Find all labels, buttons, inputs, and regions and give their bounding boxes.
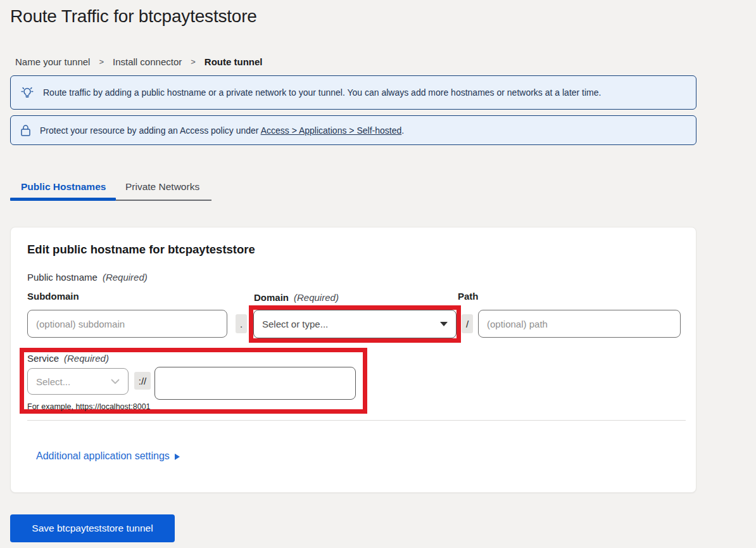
scheme-separator: ://: [134, 372, 151, 390]
service-type-select[interactable]: Select...: [27, 368, 129, 395]
breadcrumb-step-name-tunnel[interactable]: Name your tunnel: [15, 56, 90, 67]
domain-select[interactable]: Select or type...: [253, 310, 457, 338]
domain-label-text: Domain: [254, 292, 289, 303]
route-traffic-info-banner: Route traffic by adding a public hostnam…: [10, 75, 696, 110]
expand-arrow-icon: [175, 454, 180, 460]
subdomain-label: Subdomain: [27, 291, 79, 302]
slash-separator: /: [462, 314, 473, 333]
page-title: Route Traffic for btcpayteststore: [10, 6, 257, 27]
tab-private-networks[interactable]: Private Networks: [125, 181, 199, 193]
domain-select-value: Select or type...: [262, 319, 328, 329]
chevron-down-icon: [111, 379, 120, 385]
domain-label: Domain(Required): [254, 292, 339, 303]
access-applications-link[interactable]: Access > Applications > Self-hosted: [261, 125, 402, 136]
breadcrumb-step-install-connector[interactable]: Install connector: [113, 56, 182, 67]
lightbulb-icon: [20, 85, 35, 100]
required-label: (Required): [294, 292, 339, 303]
route-traffic-info-text: Route traffic by adding a public hostnam…: [43, 87, 601, 98]
service-label: Service(Required): [27, 353, 109, 364]
access-policy-text-after: .: [401, 125, 404, 136]
required-label: (Required): [103, 272, 148, 283]
required-label: (Required): [64, 353, 109, 364]
service-label-text: Service: [27, 353, 59, 364]
tab-baseline: [116, 200, 211, 201]
additional-application-settings-link[interactable]: Additional application settings: [36, 450, 180, 462]
access-policy-info-banner: Protect your resource by adding an Acces…: [10, 115, 696, 145]
access-policy-info-text: Protect your resource by adding an Acces…: [40, 125, 404, 136]
edit-public-hostname-card: Edit public hostname for btcpayteststore…: [10, 227, 696, 493]
breadcrumb-separator: >: [99, 57, 104, 67]
service-url-input[interactable]: [154, 367, 356, 400]
breadcrumb-step-route-tunnel: Route tunnel: [205, 56, 263, 67]
service-helper-text: For example, https://localhost:8001: [27, 402, 151, 411]
breadcrumb-separator: >: [191, 57, 196, 67]
save-tunnel-button[interactable]: Save btcpayteststore tunnel: [10, 514, 175, 542]
path-input[interactable]: [478, 310, 681, 338]
dot-separator: .: [236, 314, 247, 333]
tab-public-hostnames[interactable]: Public Hostnames: [21, 181, 106, 193]
breadcrumb: Name your tunnel > Install connector > R…: [15, 56, 262, 67]
lock-icon: [20, 124, 32, 137]
access-policy-text-before: Protect your resource by adding an Acces…: [40, 125, 261, 136]
chevron-down-icon: [440, 322, 448, 326]
public-hostname-label-text: Public hostname: [27, 272, 98, 283]
service-type-select-value: Select...: [36, 376, 70, 387]
path-label: Path: [458, 291, 479, 302]
active-tab-indicator: [10, 198, 116, 201]
subdomain-input[interactable]: [27, 310, 227, 338]
additional-settings-label: Additional application settings: [36, 450, 170, 462]
card-heading: Edit public hostname for btcpayteststore: [27, 243, 255, 257]
card-divider: [27, 420, 686, 421]
public-hostname-label: Public hostname(Required): [27, 272, 148, 283]
